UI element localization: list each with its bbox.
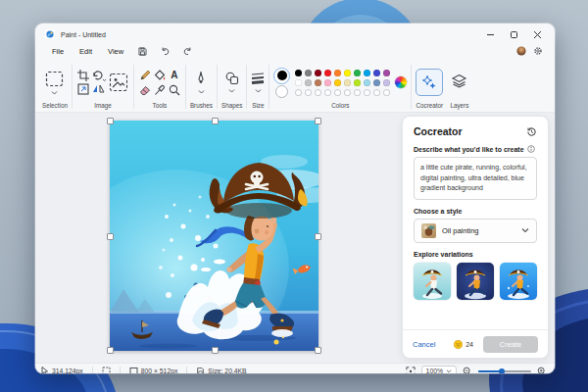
chevron-down-icon: [198, 90, 205, 94]
resize-handle[interactable]: [107, 118, 114, 124]
variation-thumbnail-3[interactable]: [500, 263, 537, 300]
shapes-icon: [224, 72, 239, 85]
pencil-tool-icon[interactable]: [139, 70, 151, 81]
ribbon-divider: [411, 65, 412, 109]
palette-empty-slot[interactable]: [354, 89, 361, 96]
info-icon[interactable]: [527, 145, 535, 153]
group-label-image: Image: [94, 102, 112, 111]
close-button[interactable]: [527, 28, 547, 40]
palette-empty-slot[interactable]: [305, 89, 312, 96]
palette-color[interactable]: [373, 79, 380, 86]
variation-thumbnail-1[interactable]: [414, 263, 451, 300]
canvas[interactable]: [110, 121, 318, 351]
fill-tool-icon[interactable]: [154, 70, 166, 81]
undo-button[interactable]: [155, 45, 175, 58]
selection-tool-button[interactable]: [45, 71, 64, 95]
style-dropdown[interactable]: Oil painting: [414, 219, 537, 243]
palette-color[interactable]: [364, 79, 370, 86]
palette-color[interactable]: [315, 79, 321, 86]
resize-handle[interactable]: [315, 347, 321, 354]
edit-colors-button[interactable]: [395, 76, 407, 88]
zoom-slider-knob[interactable]: [499, 368, 505, 374]
palette-color[interactable]: [354, 79, 361, 86]
rotate-icon[interactable]: [92, 70, 106, 81]
chevron-down-icon: [446, 369, 452, 373]
history-icon[interactable]: [526, 126, 537, 137]
resize-icon[interactable]: [77, 83, 89, 95]
palette-color[interactable]: [324, 79, 331, 86]
maximize-button[interactable]: [504, 28, 523, 40]
palette-empty-slot[interactable]: [364, 89, 370, 96]
menu-edit[interactable]: Edit: [73, 45, 99, 58]
redo-button[interactable]: [177, 45, 198, 58]
crop-icon[interactable]: [77, 70, 89, 81]
palette-color[interactable]: [344, 70, 351, 76]
save-button[interactable]: [132, 45, 153, 58]
eyedropper-tool-icon[interactable]: [154, 84, 166, 96]
brushes-button[interactable]: [194, 71, 208, 94]
zoom-level-select[interactable]: 100%: [421, 366, 457, 373]
resize-handle[interactable]: [212, 118, 219, 124]
minimize-button[interactable]: [480, 28, 500, 40]
palette-empty-slot[interactable]: [315, 89, 321, 96]
palette-color[interactable]: [354, 70, 361, 76]
resize-handle[interactable]: [107, 347, 114, 354]
image-options-icon[interactable]: [109, 73, 128, 92]
color1-swatch[interactable]: [273, 68, 290, 84]
flip-icon[interactable]: [92, 83, 106, 95]
zoom-slider[interactable]: [478, 368, 531, 374]
chevron-down-icon: [521, 228, 529, 233]
resize-handle[interactable]: [315, 118, 321, 124]
resize-handle[interactable]: [212, 347, 219, 354]
palette-color[interactable]: [344, 79, 351, 86]
palette-color[interactable]: [334, 70, 341, 76]
ribbon-divider: [269, 65, 270, 109]
cocreator-button[interactable]: [416, 69, 443, 96]
menu-file[interactable]: File: [45, 45, 71, 58]
palette-empty-slot[interactable]: [373, 89, 380, 96]
eraser-tool-icon[interactable]: [139, 84, 151, 96]
palette-empty-slot[interactable]: [324, 89, 331, 96]
describe-label-row: Describe what you'd like to create: [414, 145, 537, 153]
layers-button[interactable]: [451, 74, 467, 92]
palette-color[interactable]: [305, 79, 312, 86]
palette-color[interactable]: [315, 70, 321, 76]
zoom-out-icon[interactable]: [463, 367, 472, 374]
variation-thumbnail-2[interactable]: [457, 263, 494, 300]
palette-empty-slot[interactable]: [344, 89, 351, 96]
palette-color[interactable]: [373, 70, 380, 76]
resize-handle[interactable]: [107, 233, 114, 240]
size-button[interactable]: [251, 72, 265, 93]
settings-gear-icon[interactable]: [533, 46, 543, 56]
palette-color[interactable]: [383, 70, 390, 76]
menu-view[interactable]: View: [101, 45, 130, 58]
palette-empty-slot[interactable]: [295, 89, 302, 96]
redo-icon: [182, 46, 193, 57]
palette-empty-slot[interactable]: [334, 89, 341, 96]
palette-color[interactable]: [364, 70, 370, 76]
create-button[interactable]: Create: [483, 336, 538, 353]
text-tool-icon[interactable]: A: [171, 71, 177, 80]
palette-color[interactable]: [324, 70, 331, 76]
file-size-icon: [196, 367, 205, 373]
cancel-button[interactable]: Cancel: [413, 340, 435, 349]
palette-color[interactable]: [295, 79, 302, 86]
color2-swatch[interactable]: [275, 85, 288, 98]
palette-color[interactable]: [305, 70, 312, 76]
palette-color[interactable]: [334, 79, 341, 86]
credits-count: 24: [466, 341, 473, 348]
shapes-button[interactable]: [224, 72, 239, 93]
group-label-size: Size: [252, 102, 264, 111]
zoom-in-icon[interactable]: [537, 367, 547, 374]
fit-to-screen-icon[interactable]: [406, 367, 416, 374]
magnifier-tool-icon[interactable]: [169, 84, 180, 96]
palette-color[interactable]: [295, 70, 302, 76]
credits-counter: 24: [454, 340, 473, 349]
cursor-position: 314,124px: [52, 368, 83, 373]
account-avatar[interactable]: [516, 46, 526, 56]
resize-handle[interactable]: [315, 233, 321, 240]
palette-empty-slot[interactable]: [383, 89, 390, 96]
prompt-textarea[interactable]: a little cute pirate, running, colorful,…: [414, 157, 537, 200]
palette-color[interactable]: [383, 79, 390, 86]
ribbon-group-size: Size: [250, 61, 266, 112]
